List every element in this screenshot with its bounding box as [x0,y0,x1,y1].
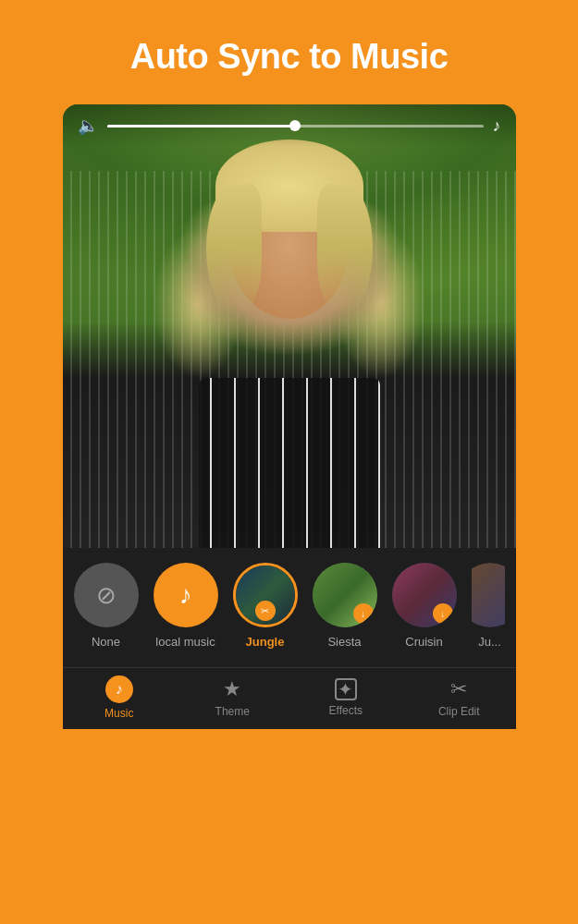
nav-theme[interactable]: ★ Theme [176,677,289,718]
hair-right [317,184,373,313]
hair-left [206,184,262,313]
progress-fill [107,125,296,128]
track-none[interactable]: ⊘ None [74,563,139,649]
header: Auto Sync to Music [0,0,578,104]
nav-effects[interactable]: ✦ Effects [289,678,403,717]
track-ju[interactable]: Ju... [472,563,505,649]
track-circle-local: ♪ [154,563,218,627]
track-label-cruisin: Cruisin [405,635,442,649]
nav-label-clip-edit: Clip Edit [438,705,480,718]
music-nav-icon: ♪ [116,681,123,698]
bottom-nav: ♪ Music ★ Theme ✦ Effects ✂ Clip Edit [63,667,516,729]
none-icon: ⊘ [96,581,117,610]
effects-nav-icon: ✦ [335,678,357,700]
music-panel: ⊘ None ♪ local music ✂ [63,548,516,667]
progress-thumb [289,120,301,131]
track-circle-siesta: ↓ [313,563,377,627]
track-label-ju: Ju... [478,635,501,649]
track-label-jungle: Jungle [246,635,285,649]
track-circle-none: ⊘ [74,563,139,627]
volume-icon: 🔈 [78,116,98,136]
music-note-icon: ♪ [493,116,501,136]
download-icon-cruisin: ↓ [440,609,445,619]
music-nav-circle: ♪ [105,675,133,703]
nav-label-theme: Theme [215,705,250,718]
nav-music[interactable]: ♪ Music [63,675,177,720]
scene-background [63,104,516,548]
progress-track[interactable] [107,125,484,128]
track-label-local: local music [155,635,215,649]
nav-label-effects: Effects [329,704,363,717]
track-circle-cruisin: ↓ [392,563,457,627]
playback-bar: 🔈 ♪ [63,104,516,147]
music-tracks-list: ⊘ None ♪ local music ✂ [74,563,505,656]
track-label-siesta: Siesta [327,635,361,649]
track-jungle[interactable]: ✂ Jungle [233,563,298,649]
track-local[interactable]: ♪ local music [154,563,218,649]
track-cruisin[interactable]: ↓ Cruisin [392,563,457,649]
music-nav-icon-container: ♪ [105,675,133,703]
theme-nav-icon: ★ [223,677,241,701]
nav-label-music: Music [105,707,133,720]
clip-edit-nav-icon: ✂ [450,677,467,701]
download-badge-siesta: ↓ [353,603,374,624]
local-music-icon: ♪ [179,580,192,610]
page-title: Auto Sync to Music [18,37,560,77]
track-circle-jungle: ✂ [233,563,298,627]
track-circle-ju [472,563,505,627]
track-siesta[interactable]: ↓ Siesta [313,563,377,649]
scissors-icon: ✂ [261,605,269,617]
download-badge-cruisin: ↓ [433,603,453,624]
download-icon-siesta: ↓ [361,609,365,619]
track-label-none: None [92,635,120,649]
video-preview: 🔈 ♪ [63,104,516,548]
nav-clip-edit[interactable]: ✂ Clip Edit [402,677,516,718]
ju-image [472,563,505,627]
scissors-badge: ✂ [255,601,276,621]
